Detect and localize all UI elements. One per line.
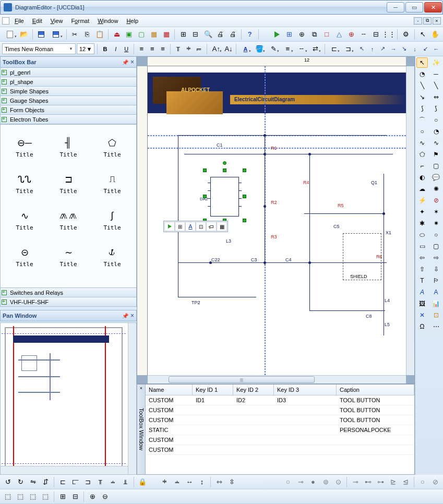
image-tool[interactable]: 🖼 [416, 298, 428, 309]
ic-component[interactable] [210, 177, 239, 217]
toolbox-close-icon[interactable]: × [130, 58, 134, 66]
open-button[interactable]: 📂 [19, 29, 30, 40]
leftarrow-tool[interactable]: ⇦ [416, 253, 428, 263]
forward-button[interactable]: ⬚ [27, 491, 39, 502]
dir-e-button[interactable]: → [389, 43, 398, 55]
cut-button[interactable] [69, 29, 81, 40]
rotate-left-button[interactable]: ↺ [2, 476, 14, 488]
corner-tool[interactable]: ⌐ [416, 161, 428, 171]
ctx-prop-button[interactable]: ⊡ [196, 222, 206, 231]
conn-5-button[interactable]: ⊙ [332, 476, 344, 488]
mdi-restore-button[interactable]: ⧉ [423, 17, 432, 25]
grid-toggle-button[interactable]: ⊞ [284, 29, 295, 40]
oval-tool[interactable]: ⬭ [416, 230, 428, 240]
toolbox-category[interactable]: Simple Shapes [0, 87, 137, 96]
align-r-button[interactable]: ⊐ [82, 476, 93, 488]
layer-button[interactable]: ▦ [148, 29, 160, 40]
conn-12-button[interactable]: ⊘ [429, 476, 441, 488]
print-button[interactable]: 🖨 [215, 29, 226, 40]
symbol-tag[interactable]: ⬠Title [90, 129, 134, 165]
close-button[interactable]: ✕ [424, 2, 442, 13]
drawing-canvas[interactable]: ALPOCKET ElectricalCircuitDiagram [148, 66, 406, 375]
pan-close-icon[interactable]: × [130, 312, 134, 319]
pan-scrollbar-horizontal[interactable] [1, 466, 128, 474]
richtext-tool[interactable]: A [430, 287, 442, 297]
connector2-button[interactable]: ⊐▾ [342, 43, 355, 55]
dir-w-button[interactable]: ← [432, 43, 441, 55]
font-color-button[interactable]: A▾ [239, 43, 252, 55]
pie-tool[interactable]: ◔ [430, 126, 442, 137]
break-button[interactable]: ⊖ [99, 491, 111, 502]
symbol-saw[interactable]: ⩕⩕Title [46, 202, 90, 238]
lasso-tool[interactable]: ◔ [416, 69, 428, 79]
ruler-vertical[interactable] [137, 66, 148, 375]
col-caption[interactable]: Caption [337, 385, 414, 395]
symbol-resistor[interactable]: ∿Title [3, 202, 46, 238]
menu-window[interactable]: Window [93, 17, 122, 25]
uparrow-tool[interactable]: ⇧ [416, 264, 428, 274]
flip-h-button[interactable]: ⇋ [27, 476, 39, 488]
table-row[interactable]: CUSTOMTOOL BUTTON [146, 405, 414, 415]
flag2-tool[interactable]: 🏳 [430, 275, 442, 286]
toolbox-category[interactable]: Electron Tubes [0, 115, 137, 124]
table-row[interactable]: CUSTOMID1ID2ID3TOOL BUTTON [146, 395, 414, 405]
conn-10-button[interactable]: ⊴ [400, 476, 411, 488]
menu-view[interactable]: View [46, 17, 67, 25]
note-tool[interactable]: ▢ [430, 161, 442, 171]
back-button[interactable]: ⬚ [15, 491, 26, 502]
valign-middle-button[interactable]: ⫩ [184, 43, 193, 55]
ctx-text-button[interactable]: A [185, 222, 196, 231]
table-row[interactable]: CUSTOMTOOL BUTTON [146, 415, 414, 425]
hline-tool[interactable]: ─ [430, 69, 442, 79]
symbol-sine[interactable]: ∼Title [46, 238, 90, 275]
form1-button[interactable]: ⊞ [177, 29, 189, 40]
conn-3-button[interactable]: ● [307, 476, 319, 488]
align-t-button[interactable]: ⫪ [94, 476, 106, 488]
rotate-right-button[interactable]: ↻ [15, 476, 26, 488]
conn-7-button[interactable]: ⊷ [362, 476, 374, 488]
dots-button[interactable]: ⋮⋮ [383, 29, 394, 40]
snap-object-button[interactable]: ⧉ [309, 29, 320, 40]
node-tool[interactable]: ⊡ [430, 310, 442, 320]
cloud-tool[interactable]: ☁ [416, 184, 428, 194]
pan-pin-icon[interactable]: 📌 [122, 313, 128, 319]
double-arrow-tool[interactable]: ⇔ [430, 92, 442, 102]
star1-tool[interactable]: ✦ [416, 207, 428, 217]
shield-component[interactable] [343, 233, 381, 280]
minimize-button[interactable]: ─ [387, 2, 404, 13]
connector1-button[interactable]: ⊏▾ [328, 43, 341, 55]
ungroup2-button[interactable]: ⊟ [69, 491, 81, 502]
crosshair-button[interactable]: ⊕ [346, 29, 357, 40]
pan-window[interactable] [0, 322, 137, 475]
toolbox-category[interactable]: Switches and Relays [0, 288, 137, 297]
save-button[interactable] [35, 29, 47, 40]
arc2-tool[interactable]: ⟆ [430, 103, 442, 114]
dir-sw-button[interactable]: ↙ [421, 43, 430, 55]
spline-tool[interactable]: ∿ [416, 138, 428, 148]
x-tool[interactable]: ✕ [416, 310, 428, 320]
ctx-tag-button[interactable]: 🏷 [206, 222, 217, 231]
callout-tool[interactable]: ◐ [416, 172, 428, 183]
toolbox-pin-icon[interactable]: 📌 [122, 59, 128, 65]
col-key1[interactable]: Key ID 1 [193, 385, 233, 395]
chart-tool[interactable]: 📊 [430, 298, 442, 309]
dir-se-button[interactable]: ↘ [400, 43, 409, 55]
dir-nw-button[interactable]: ↖ [357, 43, 366, 55]
curve-tool[interactable]: ⟆ [416, 103, 428, 114]
col-key2[interactable]: Key ID 2 [233, 385, 274, 395]
ctx-colors-button[interactable]: ▦ [217, 222, 227, 231]
spacing-v-button[interactable]: ⇳ [226, 476, 237, 488]
flip-v-button[interactable]: ⇵ [40, 476, 51, 488]
distribute-v-button[interactable]: ⫨ [171, 476, 183, 488]
symbol-source[interactable]: ⊝Title [3, 238, 46, 275]
align-c-button[interactable]: ⫍ [69, 476, 81, 488]
save-as-button[interactable]: ▾ [48, 29, 64, 40]
group2-button[interactable]: ⊞ [57, 491, 68, 502]
lock-button[interactable]: 🔒 [137, 476, 148, 488]
pan-button[interactable]: ✋ [429, 29, 441, 40]
font-shrink-button[interactable]: A↓ [224, 43, 233, 55]
valign-top-button[interactable]: ⫪ [173, 43, 183, 55]
ctx-grid-button[interactable]: ⊞ [175, 222, 185, 231]
table-row[interactable]: CUSTOM [146, 445, 414, 455]
fill-color-button[interactable]: 🪣▾ [253, 43, 266, 55]
